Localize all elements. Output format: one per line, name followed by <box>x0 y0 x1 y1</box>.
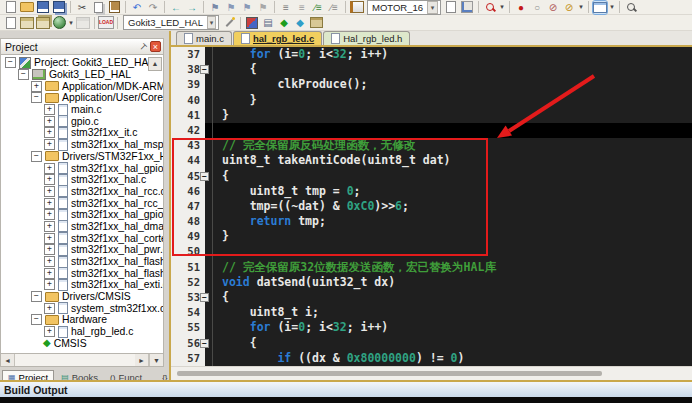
tree-item[interactable]: +stm32f1xx_hal.c <box>1 174 163 186</box>
target-select[interactable]: Gokit3_LED_HAL▾ <box>123 15 219 30</box>
prev-bookmark-button[interactable]: ⚑ <box>224 1 238 14</box>
find-next-button[interactable] <box>444 1 458 14</box>
tree-item[interactable]: +stm32f1xx_hal_gpio.c <box>1 209 163 221</box>
file-extensions-button[interactable]: ▤ <box>261 16 275 29</box>
editor-tab-hal-rgb-led-c[interactable]: hal_rgb_led.c <box>233 31 322 45</box>
undo-button[interactable]: ↶ <box>130 1 144 14</box>
tree-item[interactable]: −Hardware <box>1 314 163 326</box>
collapse-icon[interactable]: − <box>31 151 42 162</box>
paste-button[interactable] <box>107 1 121 14</box>
download-button[interactable]: LOAD <box>99 16 113 29</box>
expand-icon[interactable]: + <box>44 233 55 244</box>
tree-item[interactable]: −Drivers/STM32F1xx_HAL_Driv <box>1 151 163 163</box>
clear-bookmarks-button[interactable]: ⚑ <box>256 1 270 14</box>
find-in-files-button[interactable] <box>350 1 364 14</box>
expand-icon[interactable]: + <box>44 174 55 185</box>
tree-item[interactable]: +stm32f1xx_hal_dma.c <box>1 221 163 233</box>
disable-all-breakpoints-button[interactable]: ⊘ <box>546 1 560 14</box>
analysis-window-button[interactable] <box>593 1 607 14</box>
tree-item[interactable]: +stm32f1xx_hal_msp.c <box>1 139 163 151</box>
tree-item[interactable]: +stm32f1xx_hal_gpio_ex.c <box>1 162 163 174</box>
code-view[interactable]: 37 for (i=0; i<32; i++)38 {−39 clkProduc… <box>171 47 692 366</box>
tree-item[interactable]: +stm32f1xx_hal_rcc.c <box>1 186 163 198</box>
breakpoints-dropdown[interactable]: ▾ <box>577 3 585 11</box>
navigate-forward-button[interactable]: → <box>185 1 199 14</box>
expand-icon[interactable]: + <box>44 186 55 197</box>
translate-file-button[interactable] <box>4 16 18 29</box>
fold-collapse-icon[interactable]: − <box>200 172 209 181</box>
pin-icon[interactable]: T <box>136 39 150 53</box>
tree-scroll-right-button[interactable]: ► <box>135 354 149 366</box>
editor-horizontal-scrollbar[interactable] <box>171 366 692 381</box>
expand-icon[interactable]: + <box>44 116 55 127</box>
chevron-down-icon[interactable]: ▾ <box>207 16 216 29</box>
tree-item[interactable]: +stm32f1xx_hal_pwr.c <box>1 244 163 256</box>
batch-build-button[interactable] <box>52 16 66 29</box>
expand-icon[interactable]: + <box>44 326 55 337</box>
tree-item[interactable]: +main.c <box>1 104 163 116</box>
expand-icon[interactable]: + <box>44 139 55 150</box>
tree-scroll-up-button[interactable]: ▲ <box>148 57 162 71</box>
new-file-button[interactable] <box>4 1 18 14</box>
tree-item[interactable]: +stm32f1xx_hal_flash.c <box>1 256 163 268</box>
redo-button[interactable]: ↷ <box>146 1 160 14</box>
build-button[interactable] <box>20 16 34 29</box>
insert-breakpoint-button[interactable]: ● <box>514 1 528 14</box>
tree-item[interactable]: +stm32f1xx_it.c <box>1 127 163 139</box>
manage-project-items-button[interactable] <box>245 16 259 29</box>
tree-item[interactable]: +gpio.c <box>1 115 163 127</box>
options-for-target-button[interactable] <box>222 16 236 29</box>
incremental-find-button[interactable] <box>460 1 474 14</box>
tree-scroll-left-button[interactable]: ◄ <box>1 354 15 366</box>
zoom-button[interactable] <box>624 1 638 14</box>
tree-scroll-down-button[interactable]: ▼ <box>149 354 163 366</box>
analysis-window-dropdown[interactable]: ▾ <box>608 3 616 11</box>
uncomment-selection-button[interactable]: ∕≡ <box>327 1 341 14</box>
editor-tab-hal-rgb-led-h[interactable]: Hal_rgb_led.h <box>323 31 410 45</box>
select-software-packs-button[interactable]: ◆ <box>293 16 307 29</box>
expand-icon[interactable]: + <box>44 127 55 138</box>
close-panel-button[interactable]: × <box>150 41 161 52</box>
editor-tab-main-c[interactable]: main.c <box>176 31 232 45</box>
indent-button[interactable]: ≡ <box>279 1 293 14</box>
collapse-icon[interactable]: − <box>31 92 42 103</box>
expand-icon[interactable]: + <box>31 81 42 92</box>
enable-breakpoint-button[interactable]: ○ <box>530 1 544 14</box>
expand-icon[interactable]: + <box>44 209 55 220</box>
save-button[interactable] <box>36 1 50 14</box>
tree-item[interactable]: +stm32f1xx_hal_rcc_ex.c <box>1 197 163 209</box>
collapse-icon[interactable]: − <box>31 314 42 325</box>
expand-icon[interactable]: + <box>44 221 55 232</box>
tree-scrollbar-track[interactable] <box>15 354 135 366</box>
start-stop-debug-button[interactable] <box>483 1 497 14</box>
navigate-back-button[interactable]: ← <box>169 1 183 14</box>
tree-item[interactable]: −Gokit3_LED_HAL <box>1 69 163 81</box>
unindent-button[interactable]: ≡ <box>295 1 309 14</box>
expand-icon[interactable]: + <box>44 198 55 209</box>
fold-collapse-icon[interactable]: − <box>200 339 209 348</box>
kill-all-breakpoints-button[interactable]: ⊘ <box>562 1 576 14</box>
expand-icon[interactable]: + <box>44 279 55 290</box>
comment-selection-button[interactable]: ∕≡ <box>311 1 325 14</box>
tree-item[interactable]: +stm32f1xx_hal_exti.c <box>1 279 163 291</box>
tree-item[interactable]: +stm32f1xx_hal_flash_ex.c <box>1 267 163 279</box>
tree-item[interactable]: +stm32f1xx_hal_cortex.c <box>1 232 163 244</box>
expand-icon[interactable]: + <box>44 163 55 174</box>
collapse-icon[interactable]: − <box>18 69 29 80</box>
collapse-icon[interactable]: − <box>31 291 42 302</box>
rebuild-all-button[interactable] <box>36 16 50 29</box>
expand-icon[interactable]: + <box>44 268 55 279</box>
tree-item[interactable]: +system_stm32f1xx.c <box>1 302 163 314</box>
next-bookmark-button[interactable]: ⚑ <box>240 1 254 14</box>
tree-item[interactable]: ◆CMSIS <box>1 338 163 350</box>
open-file-button[interactable] <box>20 1 34 14</box>
batch-build-dropdown[interactable]: ▾ <box>67 19 75 27</box>
fold-collapse-icon[interactable]: − <box>200 65 209 74</box>
expand-icon[interactable]: + <box>44 104 55 115</box>
debug-dropdown[interactable]: ▾ <box>498 3 506 11</box>
manage-rte-button[interactable]: ◆ <box>277 16 291 29</box>
tree-item[interactable]: −Drivers/CMSIS <box>1 291 163 303</box>
tree-item[interactable]: +Application/MDK-ARM <box>1 80 163 92</box>
collapse-icon[interactable]: − <box>5 57 16 68</box>
expand-icon[interactable]: + <box>44 244 55 255</box>
